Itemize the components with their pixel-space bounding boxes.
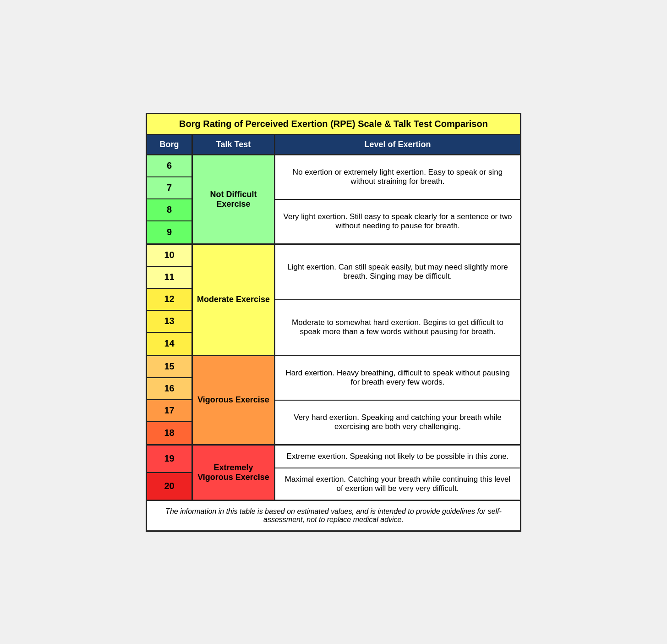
section-not-difficult: 6789Not Difficult ExerciseNo exertion or… [147, 155, 520, 245]
borg-col-vigorous: 15161718 [147, 356, 193, 444]
talk-cell-not-difficult: Not Difficult Exercise [193, 155, 275, 243]
exertion-cell-not-difficult-0: No exertion or extremely light exertion.… [275, 155, 520, 200]
exertion-cell-extremely-vigorous-1: Maximal exertion. Catching your breath w… [275, 468, 520, 500]
talk-cell-moderate: Moderate Exercise [193, 245, 275, 355]
table-title: Borg Rating of Perceived Exertion (RPE) … [147, 114, 520, 135]
exertion-cell-not-difficult-1: Very light exertion. Still easy to speak… [275, 200, 520, 243]
header-talk-test: Talk Test [193, 135, 275, 154]
exertion-col-vigorous: Hard exertion. Heavy breathing, difficul… [275, 356, 520, 444]
section-extremely-vigorous: 1920Extremely Vigorous ExerciseExtreme e… [147, 446, 520, 501]
header-borg: Borg [147, 135, 193, 154]
borg-cell-13: 13 [147, 311, 191, 333]
borg-col-extremely-vigorous: 1920 [147, 446, 193, 500]
borg-cell-8: 8 [147, 199, 191, 221]
borg-cell-20: 20 [147, 473, 191, 500]
talk-cell-extremely-vigorous: Extremely Vigorous Exercise [193, 446, 275, 500]
footer-disclaimer: The information in this table is based o… [147, 501, 520, 530]
borg-cell-6: 6 [147, 155, 191, 177]
section-vigorous: 15161718Vigorous ExerciseHard exertion. … [147, 356, 520, 446]
borg-cell-14: 14 [147, 333, 191, 355]
exertion-cell-extremely-vigorous-0: Extreme exertion. Speaking not likely to… [275, 446, 520, 468]
exertion-cell-moderate-1: Moderate to somewhat hard exertion. Begi… [275, 300, 520, 355]
sections-container: 6789Not Difficult ExerciseNo exertion or… [147, 155, 520, 501]
exertion-cell-moderate-0: Light exertion. Can still speak easily, … [275, 245, 520, 300]
talk-cell-vigorous: Vigorous Exercise [193, 356, 275, 444]
exertion-col-moderate: Light exertion. Can still speak easily, … [275, 245, 520, 355]
header-level: Level of Exertion [275, 135, 520, 154]
exertion-col-extremely-vigorous: Extreme exertion. Speaking not likely to… [275, 446, 520, 500]
borg-col-moderate: 1011121314 [147, 245, 193, 355]
borg-cell-11: 11 [147, 267, 191, 289]
exertion-cell-vigorous-0: Hard exertion. Heavy breathing, difficul… [275, 356, 520, 401]
rpe-table: Borg Rating of Perceived Exertion (RPE) … [146, 113, 521, 532]
section-moderate: 1011121314Moderate ExerciseLight exertio… [147, 245, 520, 356]
borg-cell-10: 10 [147, 245, 191, 267]
table-header: Borg Talk Test Level of Exertion [147, 135, 520, 155]
exertion-cell-vigorous-1: Very hard exertion. Speaking and catchin… [275, 401, 520, 444]
borg-cell-17: 17 [147, 400, 191, 422]
borg-cell-15: 15 [147, 356, 191, 378]
borg-cell-12: 12 [147, 289, 191, 311]
borg-cell-9: 9 [147, 221, 191, 243]
borg-col-not-difficult: 6789 [147, 155, 193, 243]
borg-cell-16: 16 [147, 378, 191, 400]
borg-cell-19: 19 [147, 446, 191, 473]
exertion-col-not-difficult: No exertion or extremely light exertion.… [275, 155, 520, 243]
borg-cell-7: 7 [147, 177, 191, 199]
borg-cell-18: 18 [147, 422, 191, 444]
